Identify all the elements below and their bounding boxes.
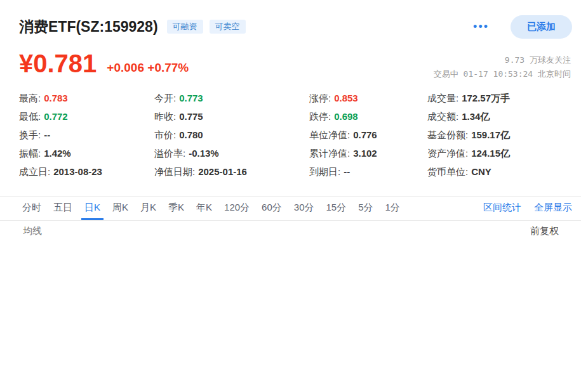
stat-label: 换手: (19, 129, 41, 140)
tab-30分[interactable]: 30分 (291, 197, 317, 220)
stats-column-3: 涨停:0.853跌停:0.698单位净值:0.776累计净值:3.102到期日:… (309, 89, 427, 181)
header-actions: ••• 已添加 (469, 15, 572, 39)
stat-value: 0.776 (353, 129, 377, 140)
tab-15分[interactable]: 15分 (323, 197, 349, 220)
chart-toolbar: 前复权 (516, 225, 581, 237)
stat-item: 货币单位:CNY (427, 162, 510, 181)
page-title: 消费ETF(SZ:159928) (19, 17, 158, 37)
stat-value: 0.775 (179, 111, 203, 122)
change-percent: +0.77% (147, 61, 189, 74)
stat-label: 基金份额: (427, 129, 468, 140)
stat-label: 资产净值: (427, 148, 468, 159)
stat-label: 跌停: (309, 111, 331, 122)
tab-60分[interactable]: 60分 (258, 197, 285, 220)
stat-value: 172.57万手 (462, 93, 510, 103)
tab-周K[interactable]: 周K (109, 197, 131, 220)
tab-分时[interactable]: 分时 (19, 197, 44, 220)
stat-item: 市价:0.780 (154, 126, 309, 144)
margin-tag-badge: 可卖空 (210, 20, 246, 34)
stat-item: 单位净值:0.776 (309, 126, 427, 144)
stat-value: 0.783 (44, 93, 68, 103)
stat-label: 振幅: (19, 148, 41, 159)
stat-label: 货币单位: (427, 166, 468, 177)
stat-value: 0.773 (179, 93, 203, 103)
tab-list: 分时五日日K周K月K季K年K120分60分30分15分5分1分 (19, 197, 409, 220)
stat-value: 0.780 (179, 129, 203, 140)
tab-120分[interactable]: 120分 (221, 197, 253, 220)
stat-value: -0.13% (189, 148, 219, 159)
badge-group: 可融资可卖空 (167, 20, 246, 34)
stat-label: 成交额: (427, 111, 458, 122)
stat-value: CNY (471, 166, 491, 177)
stat-item: 成交额:1.34亿 (427, 107, 510, 126)
current-price: ¥0.781 (19, 49, 97, 77)
session-status: 交易中 01-17 10:53:24 北京时间 (434, 67, 571, 81)
stat-label: 溢价率: (154, 148, 185, 159)
tab-5分[interactable]: 5分 (355, 197, 376, 220)
more-menu-icon[interactable]: ••• (469, 23, 493, 30)
stat-value: 2025-01-16 (198, 166, 247, 177)
stat-item: 成立日:2013-08-23 (19, 162, 154, 181)
stat-value: 2013-08-23 (53, 166, 102, 177)
stat-label: 今开: (154, 93, 176, 103)
link-区间统计[interactable]: 区间统计 (483, 197, 521, 220)
stat-label: 最低: (19, 111, 41, 122)
stat-value: 0.853 (334, 93, 358, 103)
stat-label: 最高: (19, 93, 41, 103)
tabbar-links: 区间统计全屏显示 (483, 197, 581, 220)
stat-item: 跌停:0.698 (309, 107, 427, 126)
change-amount: +0.006 (107, 61, 144, 74)
stats-grid: 最高:0.783最低:0.772换手:--振幅:1.42%成立日:2013-08… (0, 77, 581, 181)
stat-item: 累计净值:3.102 (309, 144, 427, 162)
stat-item: 成交量:172.57万手 (427, 89, 510, 107)
stat-label: 涨停: (309, 93, 331, 103)
stat-value: 0.772 (44, 111, 68, 122)
margin-tag-badge: 可融资 (167, 20, 203, 34)
tab-年K[interactable]: 年K (193, 197, 215, 220)
stat-value: 1.42% (44, 148, 71, 159)
stat-label: 净值日期: (154, 166, 195, 177)
followers-count: 9.73 万球友关注 (434, 53, 571, 67)
header: 消费ETF(SZ:159928) 可融资可卖空 ••• 已添加 (0, 0, 581, 39)
stat-label: 单位净值: (309, 129, 350, 140)
tab-日K[interactable]: 日K (81, 197, 104, 220)
stat-value: 3.102 (353, 148, 377, 159)
etf-quote-page: 消费ETF(SZ:159928) 可融资可卖空 ••• 已添加 ¥0.781 +… (0, 0, 581, 392)
stat-value: 0.698 (334, 111, 358, 122)
stat-item: 换手:-- (19, 126, 154, 144)
adjust-mode-button[interactable]: 前复权 (530, 225, 559, 237)
stat-value: 124.15亿 (471, 148, 510, 159)
stat-value: -- (344, 166, 350, 177)
kline-chart[interactable] (0, 241, 581, 389)
stat-label: 成交量: (427, 93, 458, 103)
stat-value: 159.17亿 (471, 129, 510, 140)
stat-item: 溢价率:-0.13% (154, 144, 309, 162)
stat-label: 昨收: (154, 111, 176, 122)
stat-item: 资产净值:124.15亿 (427, 144, 510, 162)
ma-legend-bar: 均线 前复权 (0, 221, 581, 241)
ma-prefix-label: 均线 (23, 225, 42, 237)
stat-item: 振幅:1.42% (19, 144, 154, 162)
stats-column-1: 最高:0.783最低:0.772换手:--振幅:1.42%成立日:2013-08… (19, 89, 154, 181)
tab-五日[interactable]: 五日 (50, 197, 76, 220)
stat-item: 到期日:-- (309, 162, 427, 181)
link-全屏显示[interactable]: 全屏显示 (534, 197, 572, 220)
quote-meta: 9.73 万球友关注 交易中 01-17 10:53:24 北京时间 (434, 53, 571, 81)
stat-item: 今开:0.773 (154, 89, 309, 107)
added-button[interactable]: 已添加 (511, 15, 572, 39)
tab-月K[interactable]: 月K (137, 197, 159, 220)
price-change: +0.006 +0.77% (107, 58, 189, 77)
stat-label: 市价: (154, 129, 176, 140)
tab-季K[interactable]: 季K (165, 197, 187, 220)
stat-item: 最高:0.783 (19, 89, 154, 107)
tab-1分[interactable]: 1分 (382, 197, 403, 220)
stat-item: 最低:0.772 (19, 107, 154, 126)
stats-column-4: 成交量:172.57万手成交额:1.34亿基金份额:159.17亿资产净值:12… (427, 89, 510, 181)
stat-item: 净值日期:2025-01-16 (154, 162, 309, 181)
stat-label: 到期日: (309, 166, 340, 177)
stat-value: -- (44, 129, 50, 140)
stat-value: 1.34亿 (462, 111, 490, 122)
stat-item: 昨收:0.775 (154, 107, 309, 126)
stats-column-2: 今开:0.773昨收:0.775市价:0.780溢价率:-0.13%净值日期:2… (154, 89, 309, 181)
timeframe-tabbar: 分时五日日K周K月K季K年K120分60分30分15分5分1分 区间统计全屏显示 (0, 196, 581, 221)
